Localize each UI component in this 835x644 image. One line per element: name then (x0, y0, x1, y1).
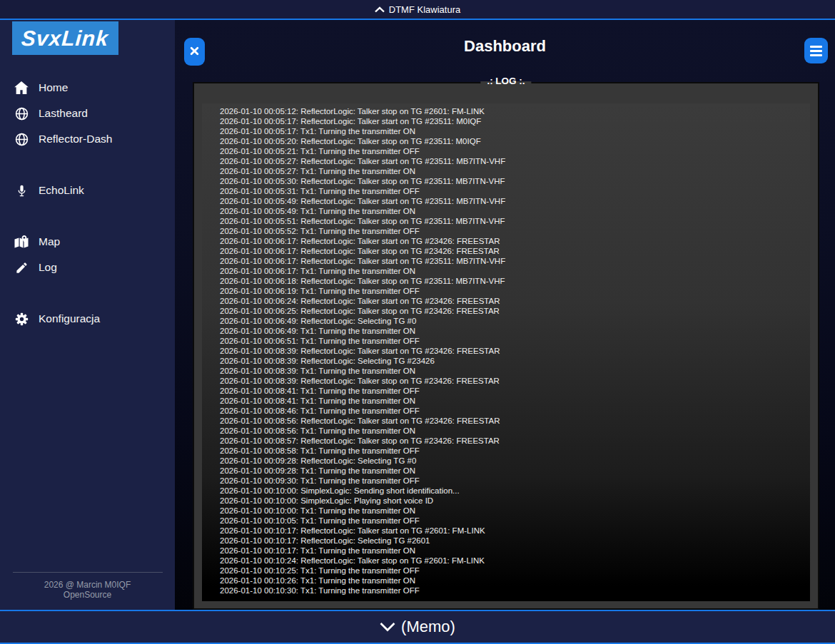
hamburger-icon (810, 46, 822, 56)
sidebar-item-label: Reflector-Dash (39, 133, 112, 145)
log-line: 2026-01-10 00:05:27: ReflectorLogic: Tal… (220, 156, 807, 166)
footer-opensource: OpenSource (0, 590, 175, 600)
log-line: 2026-01-10 00:10:17: ReflectorLogic: Sel… (220, 536, 807, 546)
log-line: 2026-01-10 00:09:28: Tx1: Turning the tr… (220, 466, 807, 476)
log-line: 2026-01-10 00:05:20: ReflectorLogic: Tal… (220, 136, 807, 146)
memo-label: (Memo) (401, 618, 455, 636)
svxlink-logo[interactable]: SvxLink (12, 21, 118, 55)
log-line: 2026-01-10 00:05:17: ReflectorLogic: Tal… (220, 116, 807, 126)
sidebar-item-label: Home (39, 81, 68, 94)
log-line: 2026-01-10 00:10:25: Tx1: Turning the tr… (220, 566, 807, 576)
gear-icon (13, 312, 30, 326)
log-line: 2026-01-10 00:09:28: ReflectorLogic: Sel… (220, 456, 807, 466)
chevron-up-icon (375, 6, 385, 13)
log-line: 2026-01-10 00:06:17: ReflectorLogic: Tal… (220, 236, 807, 246)
log-line: 2026-01-10 00:10:26: Tx1: Turning the tr… (220, 576, 807, 586)
dtmf-keypad-toggle[interactable]: DTMF Klawiatura (0, 0, 835, 20)
pencil-icon (13, 261, 30, 275)
log-line: 2026-01-10 00:06:19: Tx1: Turning the tr… (220, 286, 807, 296)
log-line: 2026-01-10 00:10:00: SimplexLogic: Playi… (220, 496, 807, 506)
globe-icon (13, 107, 30, 121)
nav-spacer (0, 280, 175, 306)
sidebar: SvxLink Home Lastheard Reflector-Dash (0, 20, 175, 610)
log-line: 2026-01-10 00:05:52: Tx1: Turning the tr… (220, 226, 807, 236)
log-output[interactable]: 2026-01-10 00:05:12: ReflectorLogic: Tal… (202, 103, 810, 601)
sidebar-item-reflector-dash[interactable]: Reflector-Dash (0, 126, 175, 152)
log-line: 2026-01-10 00:08:58: Tx1: Turning the tr… (220, 446, 807, 456)
main-content: Dashboard .: LOG :. 2026-01-10 00:05:12:… (175, 20, 835, 610)
close-icon (190, 46, 199, 58)
dtmf-keypad-label: DTMF Klawiatura (389, 4, 460, 15)
sidebar-item-label: EchoLink (39, 184, 84, 197)
log-line: 2026-01-10 00:05:27: Tx1: Turning the tr… (220, 166, 807, 176)
sidebar-item-echolink[interactable]: EchoLink (0, 178, 175, 203)
log-line: 2026-01-10 00:05:49: ReflectorLogic: Tal… (220, 196, 807, 206)
log-line: 2026-01-10 00:09:30: Tx1: Turning the tr… (220, 476, 807, 486)
globe-icon (13, 133, 30, 146)
log-line: 2026-01-10 00:10:00: SimplexLogic: Sendi… (220, 486, 807, 496)
footer-copyright: 2026 @ Marcin M0IQF (0, 580, 175, 590)
log-line: 2026-01-10 00:06:49: ReflectorLogic: Sel… (220, 316, 807, 326)
log-line: 2026-01-10 00:05:51: ReflectorLogic: Tal… (220, 216, 807, 226)
sidebar-item-home[interactable]: Home (0, 75, 175, 101)
log-line: 2026-01-10 00:06:17: ReflectorLogic: Tal… (220, 256, 807, 266)
sidebar-item-label: Konfiguracja (39, 312, 100, 325)
main-header: Dashboard (175, 20, 835, 72)
log-line: 2026-01-10 00:05:31: Tx1: Turning the tr… (220, 186, 807, 196)
log-line: 2026-01-10 00:08:39: ReflectorLogic: Tal… (220, 346, 807, 356)
page-title: Dashboard (464, 37, 546, 56)
log-line: 2026-01-10 00:08:39: ReflectorLogic: Tal… (220, 376, 807, 386)
svxlink-logo-text: SvxLink (21, 26, 109, 51)
log-line: 2026-01-10 00:10:05: Tx1: Turning the tr… (220, 516, 807, 526)
sidebar-item-log[interactable]: Log (0, 255, 175, 280)
microphone-icon (13, 184, 30, 198)
chevron-down-icon (380, 618, 395, 636)
log-line: 2026-01-10 00:06:24: ReflectorLogic: Tal… (220, 296, 807, 306)
home-icon (13, 81, 30, 94)
log-line: 2026-01-10 00:08:56: ReflectorLogic: Tal… (220, 416, 807, 426)
log-panel: .: LOG :. 2026-01-10 00:05:12: Reflector… (193, 82, 819, 610)
close-sidebar-button[interactable] (184, 38, 205, 66)
log-line: 2026-01-10 00:08:41: Tx1: Turning the tr… (220, 386, 807, 396)
sidebar-item-map[interactable]: Map (0, 229, 175, 255)
log-line: 2026-01-10 00:05:21: Tx1: Turning the tr… (220, 146, 807, 156)
log-line: 2026-01-10 00:10:24: ReflectorLogic: Tal… (220, 556, 807, 566)
log-line: 2026-01-10 00:08:57: ReflectorLogic: Tal… (220, 436, 807, 446)
log-line: 2026-01-10 00:08:39: ReflectorLogic: Sel… (220, 356, 807, 366)
menu-button[interactable] (804, 38, 828, 63)
log-line: 2026-01-10 00:08:56: Tx1: Turning the tr… (220, 426, 807, 436)
log-line: 2026-01-10 00:06:51: Tx1: Turning the tr… (220, 336, 807, 346)
map-marker-icon (13, 235, 30, 249)
log-line: 2026-01-10 00:10:30: Tx1: Turning the tr… (220, 586, 807, 596)
log-line: 2026-01-10 00:05:30: ReflectorLogic: Tal… (220, 176, 807, 186)
log-line: 2026-01-10 00:08:39: Tx1: Turning the tr… (220, 366, 807, 376)
memo-toggle[interactable]: (Memo) (0, 610, 835, 644)
log-line: 2026-01-10 00:08:41: Tx1: Turning the tr… (220, 396, 807, 406)
log-line: 2026-01-10 00:05:12: ReflectorLogic: Tal… (220, 106, 807, 116)
sidebar-item-konfiguracja[interactable]: Konfiguracja (0, 306, 175, 332)
log-line: 2026-01-10 00:10:00: Tx1: Turning the tr… (220, 506, 807, 516)
log-line: 2026-01-10 00:06:17: ReflectorLogic: Tal… (220, 246, 807, 256)
sidebar-item-lastheard[interactable]: Lastheard (0, 101, 175, 126)
sidebar-item-label: Lastheard (39, 107, 88, 120)
sidebar-footer: 2026 @ Marcin M0IQF OpenSource (0, 572, 175, 600)
log-panel-legend: .: LOG :. (480, 76, 531, 86)
log-line: 2026-01-10 00:06:17: Tx1: Turning the tr… (220, 266, 807, 276)
sidebar-nav: Home Lastheard Reflector-Dash EchoLink (0, 75, 175, 332)
log-line: 2026-01-10 00:06:49: Tx1: Turning the tr… (220, 326, 807, 336)
log-line: 2026-01-10 00:08:46: Tx1: Turning the tr… (220, 406, 807, 416)
log-line: 2026-01-10 00:05:49: Tx1: Turning the tr… (220, 206, 807, 216)
log-line: 2026-01-10 00:06:25: ReflectorLogic: Tal… (220, 306, 807, 316)
log-line: 2026-01-10 00:06:18: ReflectorLogic: Tal… (220, 276, 807, 286)
nav-spacer (0, 152, 175, 178)
sidebar-item-label: Log (39, 261, 57, 274)
sidebar-item-label: Map (39, 235, 60, 248)
nav-spacer (0, 203, 175, 229)
log-line: 2026-01-10 00:10:17: Tx1: Turning the tr… (220, 546, 807, 556)
log-line: 2026-01-10 00:05:17: Tx1: Turning the tr… (220, 126, 807, 136)
log-line: 2026-01-10 00:10:17: ReflectorLogic: Tal… (220, 526, 807, 536)
footer-divider (13, 572, 163, 573)
